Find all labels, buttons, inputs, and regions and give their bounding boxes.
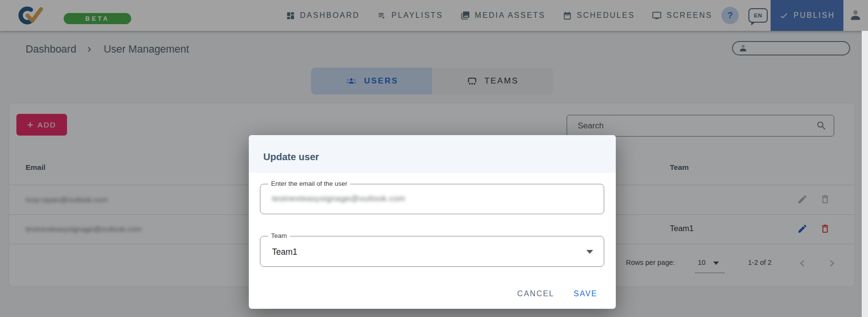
update-user-dialog: Update user Enter the email of the user … bbox=[249, 135, 616, 309]
cancel-button[interactable]: CANCEL bbox=[517, 289, 555, 298]
save-button[interactable]: SAVE bbox=[574, 289, 598, 298]
app-root: BETA DASHBOARD PLAYLISTS MEDIA ASSETS SC… bbox=[0, 0, 868, 317]
team-select-value: Team1 bbox=[272, 247, 298, 257]
email-field-label: Enter the email of the user bbox=[268, 180, 350, 187]
team-select-label: Team bbox=[268, 232, 290, 239]
select-caret-icon[interactable] bbox=[586, 250, 593, 254]
team-select[interactable] bbox=[260, 236, 604, 267]
scrollbar-track[interactable] bbox=[862, 31, 868, 317]
dialog-title: Update user bbox=[263, 152, 319, 163]
dialog-header: Update user bbox=[249, 135, 616, 173]
dialog-actions: CANCEL SAVE bbox=[517, 289, 597, 298]
email-field-value[interactable]: testnexteasysignage@outlook.com bbox=[272, 194, 405, 204]
